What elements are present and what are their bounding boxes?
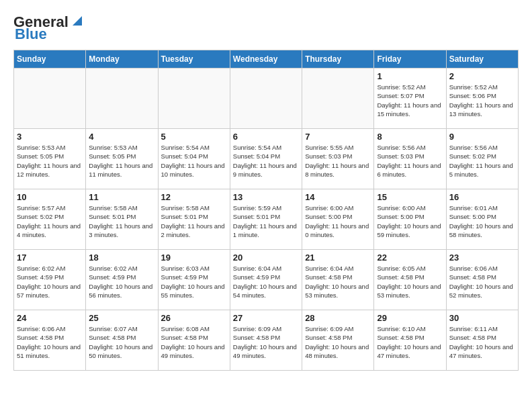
day-number: 4 xyxy=(89,132,154,142)
calendar-cell xyxy=(230,68,302,129)
calendar-cell: 12Sunrise: 5:58 AM Sunset: 5:01 PM Dayli… xyxy=(158,189,230,250)
day-number: 12 xyxy=(161,192,227,202)
day-info: Sunrise: 6:04 AM Sunset: 4:59 PM Dayligh… xyxy=(233,264,299,300)
day-info: Sunrise: 5:57 AM Sunset: 5:02 PM Dayligh… xyxy=(17,203,83,239)
day-info: Sunrise: 6:00 AM Sunset: 5:00 PM Dayligh… xyxy=(377,203,443,239)
day-info: Sunrise: 5:56 AM Sunset: 5:03 PM Dayligh… xyxy=(377,143,443,179)
calendar-cell: 3Sunrise: 5:53 AM Sunset: 5:05 PM Daylig… xyxy=(14,129,86,189)
day-info: Sunrise: 5:52 AM Sunset: 5:06 PM Dayligh… xyxy=(449,83,515,118)
day-number: 22 xyxy=(377,253,443,263)
logo: General Blue xyxy=(13,13,85,43)
calendar-week-2: 10Sunrise: 5:57 AM Sunset: 5:02 PM Dayli… xyxy=(14,189,519,250)
calendar-cell: 18Sunrise: 6:02 AM Sunset: 4:59 PM Dayli… xyxy=(86,250,158,310)
day-number: 20 xyxy=(233,253,299,263)
day-info: Sunrise: 5:53 AM Sunset: 5:05 PM Dayligh… xyxy=(17,143,83,179)
weekday-header-row: SundayMondayTuesdayWednesdayThursdayFrid… xyxy=(14,50,519,68)
calendar-cell: 30Sunrise: 6:11 AM Sunset: 4:58 PM Dayli… xyxy=(446,310,518,371)
calendar-cell: 16Sunrise: 6:01 AM Sunset: 5:00 PM Dayli… xyxy=(446,189,518,250)
day-number: 7 xyxy=(305,132,371,142)
day-number: 15 xyxy=(377,192,443,202)
day-number: 24 xyxy=(17,313,83,323)
day-number: 11 xyxy=(89,192,154,202)
calendar-cell: 23Sunrise: 6:06 AM Sunset: 4:58 PM Dayli… xyxy=(446,250,518,310)
calendar-cell: 13Sunrise: 5:59 AM Sunset: 5:01 PM Dayli… xyxy=(230,189,302,250)
day-number: 23 xyxy=(449,253,515,263)
day-number: 17 xyxy=(17,253,83,263)
day-info: Sunrise: 6:10 AM Sunset: 4:58 PM Dayligh… xyxy=(377,324,443,360)
calendar-cell: 17Sunrise: 6:02 AM Sunset: 4:59 PM Dayli… xyxy=(14,250,86,310)
day-info: Sunrise: 6:02 AM Sunset: 4:59 PM Dayligh… xyxy=(89,264,154,300)
calendar-cell: 8Sunrise: 5:56 AM Sunset: 5:03 PM Daylig… xyxy=(374,129,446,189)
day-number: 25 xyxy=(89,313,154,323)
calendar-cell: 22Sunrise: 6:05 AM Sunset: 4:58 PM Dayli… xyxy=(374,250,446,310)
day-info: Sunrise: 6:01 AM Sunset: 5:00 PM Dayligh… xyxy=(449,203,515,239)
calendar-cell: 27Sunrise: 6:09 AM Sunset: 4:58 PM Dayli… xyxy=(230,310,302,371)
calendar-cell: 14Sunrise: 6:00 AM Sunset: 5:00 PM Dayli… xyxy=(302,189,374,250)
day-info: Sunrise: 6:04 AM Sunset: 4:58 PM Dayligh… xyxy=(305,264,371,300)
calendar-cell xyxy=(158,68,230,129)
day-number: 9 xyxy=(449,132,515,142)
calendar-week-1: 3Sunrise: 5:53 AM Sunset: 5:05 PM Daylig… xyxy=(14,129,519,189)
day-info: Sunrise: 6:07 AM Sunset: 4:58 PM Dayligh… xyxy=(89,324,154,360)
calendar-cell: 15Sunrise: 6:00 AM Sunset: 5:00 PM Dayli… xyxy=(374,189,446,250)
day-number: 29 xyxy=(377,313,443,323)
day-number: 30 xyxy=(449,313,515,323)
day-number: 21 xyxy=(305,253,371,263)
day-number: 10 xyxy=(17,192,83,202)
calendar-cell: 25Sunrise: 6:07 AM Sunset: 4:58 PM Dayli… xyxy=(86,310,158,371)
calendar-cell xyxy=(86,68,158,129)
day-number: 26 xyxy=(161,313,227,323)
day-info: Sunrise: 5:55 AM Sunset: 5:03 PM Dayligh… xyxy=(305,143,371,179)
calendar-cell: 26Sunrise: 6:08 AM Sunset: 4:58 PM Dayli… xyxy=(158,310,230,371)
day-info: Sunrise: 5:58 AM Sunset: 5:01 PM Dayligh… xyxy=(89,203,154,239)
day-info: Sunrise: 6:09 AM Sunset: 4:58 PM Dayligh… xyxy=(233,324,299,360)
logo-blue: Blue xyxy=(15,26,47,43)
calendar-cell: 10Sunrise: 5:57 AM Sunset: 5:02 PM Dayli… xyxy=(14,189,86,250)
day-info: Sunrise: 6:00 AM Sunset: 5:00 PM Dayligh… xyxy=(305,203,371,239)
day-number: 19 xyxy=(161,253,227,263)
calendar-cell: 1Sunrise: 5:52 AM Sunset: 5:07 PM Daylig… xyxy=(374,68,446,129)
day-info: Sunrise: 6:05 AM Sunset: 4:58 PM Dayligh… xyxy=(377,264,443,300)
day-number: 13 xyxy=(233,192,299,202)
day-info: Sunrise: 6:08 AM Sunset: 4:58 PM Dayligh… xyxy=(161,324,227,360)
calendar-cell xyxy=(302,68,374,129)
day-info: Sunrise: 6:06 AM Sunset: 4:58 PM Dayligh… xyxy=(449,264,515,300)
calendar-week-3: 17Sunrise: 6:02 AM Sunset: 4:59 PM Dayli… xyxy=(14,250,519,310)
calendar-cell: 5Sunrise: 5:54 AM Sunset: 5:04 PM Daylig… xyxy=(158,129,230,189)
calendar-cell: 20Sunrise: 6:04 AM Sunset: 4:59 PM Dayli… xyxy=(230,250,302,310)
calendar-cell: 11Sunrise: 5:58 AM Sunset: 5:01 PM Dayli… xyxy=(86,189,158,250)
weekday-header-sunday: Sunday xyxy=(14,50,86,68)
day-info: Sunrise: 6:11 AM Sunset: 4:58 PM Dayligh… xyxy=(449,324,515,360)
calendar-table: SundayMondayTuesdayWednesdayThursdayFrid… xyxy=(13,50,519,371)
weekday-header-saturday: Saturday xyxy=(446,50,518,68)
calendar-cell: 24Sunrise: 6:06 AM Sunset: 4:58 PM Dayli… xyxy=(14,310,86,371)
calendar-cell: 19Sunrise: 6:03 AM Sunset: 4:59 PM Dayli… xyxy=(158,250,230,310)
svg-marker-0 xyxy=(73,16,82,26)
day-number: 2 xyxy=(449,71,515,81)
day-info: Sunrise: 5:54 AM Sunset: 5:04 PM Dayligh… xyxy=(233,143,299,179)
weekday-header-wednesday: Wednesday xyxy=(230,50,302,68)
day-info: Sunrise: 6:09 AM Sunset: 4:58 PM Dayligh… xyxy=(305,324,371,360)
calendar-cell: 6Sunrise: 5:54 AM Sunset: 5:04 PM Daylig… xyxy=(230,129,302,189)
day-info: Sunrise: 6:06 AM Sunset: 4:58 PM Dayligh… xyxy=(17,324,83,360)
calendar-cell: 29Sunrise: 6:10 AM Sunset: 4:58 PM Dayli… xyxy=(374,310,446,371)
calendar-cell: 7Sunrise: 5:55 AM Sunset: 5:03 PM Daylig… xyxy=(302,129,374,189)
page-header: General Blue xyxy=(13,13,519,43)
day-info: Sunrise: 5:56 AM Sunset: 5:02 PM Dayligh… xyxy=(449,143,515,179)
calendar-week-4: 24Sunrise: 6:06 AM Sunset: 4:58 PM Dayli… xyxy=(14,310,519,371)
day-number: 8 xyxy=(377,132,443,142)
calendar-week-0: 1Sunrise: 5:52 AM Sunset: 5:07 PM Daylig… xyxy=(14,68,519,129)
calendar-cell xyxy=(14,68,86,129)
logo-arrow-icon xyxy=(70,13,85,28)
day-info: Sunrise: 6:03 AM Sunset: 4:59 PM Dayligh… xyxy=(161,264,227,300)
calendar-cell: 9Sunrise: 5:56 AM Sunset: 5:02 PM Daylig… xyxy=(446,129,518,189)
day-info: Sunrise: 5:58 AM Sunset: 5:01 PM Dayligh… xyxy=(161,203,227,239)
day-info: Sunrise: 5:53 AM Sunset: 5:05 PM Dayligh… xyxy=(89,143,154,179)
weekday-header-tuesday: Tuesday xyxy=(158,50,230,68)
day-number: 5 xyxy=(161,132,227,142)
calendar-cell: 2Sunrise: 5:52 AM Sunset: 5:06 PM Daylig… xyxy=(446,68,518,129)
calendar-cell: 4Sunrise: 5:53 AM Sunset: 5:05 PM Daylig… xyxy=(86,129,158,189)
day-number: 27 xyxy=(233,313,299,323)
day-info: Sunrise: 5:52 AM Sunset: 5:07 PM Dayligh… xyxy=(377,83,443,118)
day-number: 6 xyxy=(233,132,299,142)
